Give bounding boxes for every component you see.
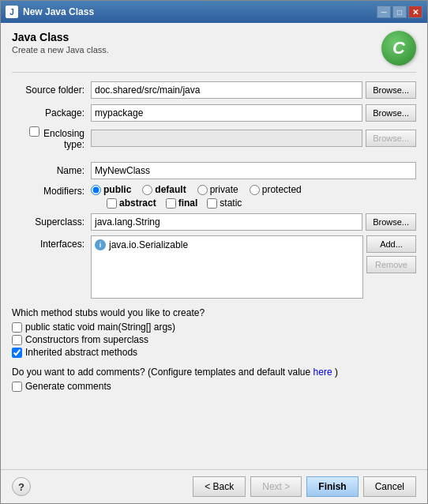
name-row: Name: — [12, 161, 416, 180]
footer-left: ? — [12, 477, 31, 496]
comments-section: Do you want to add comments? (Configure … — [12, 367, 416, 392]
modifier-final[interactable]: final — [166, 197, 198, 209]
footer-right: < Back Next > Finish Cancel — [193, 476, 416, 497]
minimize-button[interactable]: ─ — [377, 6, 391, 18]
interface-item: i java.io.Serializable — [95, 239, 359, 250]
interfaces-label: Interfaces: — [12, 235, 91, 250]
stub-constructors-checkbox[interactable] — [12, 335, 22, 345]
modifier-static[interactable]: static — [207, 197, 242, 209]
superclass-row: Superclass: Browse... — [12, 213, 416, 231]
superclass-browse-button[interactable]: Browse... — [366, 213, 416, 231]
finish-button[interactable]: Finish — [306, 476, 358, 497]
name-label: Name: — [12, 165, 91, 176]
modifier-private[interactable]: private — [197, 184, 238, 195]
modifier-public[interactable]: public — [91, 184, 131, 195]
source-folder-label: Source folder: — [12, 85, 91, 96]
stub-main-method: public static void main(String[] args) — [12, 322, 416, 333]
enclosing-type-browse-button: Browse... — [366, 130, 416, 147]
name-input[interactable] — [91, 162, 416, 179]
package-browse-button[interactable]: Browse... — [366, 104, 416, 122]
comments-link[interactable]: here — [313, 367, 332, 378]
header-text: Java Class Create a new Java class. — [12, 31, 381, 55]
modifier-abstract[interactable]: abstract — [107, 197, 156, 209]
window: J New Java Class ─ □ ✕ Java Class Create… — [0, 0, 428, 504]
stubs-section: Which method stubs would you like to cre… — [12, 307, 416, 359]
interfaces-row: Interfaces: i java.io.Serializable Add..… — [12, 235, 416, 299]
stub-main-checkbox[interactable] — [12, 322, 22, 333]
stub-inherited: Inherited abstract methods — [12, 347, 416, 358]
interfaces-buttons: Add... Remove — [366, 235, 416, 273]
title-bar-controls: ─ □ ✕ — [377, 6, 422, 18]
modifier-abstract-checkbox[interactable] — [107, 198, 117, 209]
dialog-content: Java Class Create a new Java class. C So… — [1, 23, 427, 469]
modifiers-row: Modifiers: public default pr — [12, 184, 416, 209]
package-row: Package: Browse... — [12, 103, 416, 122]
modifier-final-checkbox[interactable] — [166, 198, 176, 209]
back-button[interactable]: < Back — [193, 476, 246, 497]
modifier-private-radio[interactable] — [197, 185, 208, 195]
modifiers-options: public default private protected — [91, 184, 302, 209]
comments-title: Do you want to add comments? (Configure … — [12, 367, 416, 378]
window-title: New Java Class — [23, 6, 377, 17]
interfaces-list: i java.io.Serializable — [91, 235, 363, 299]
enclosing-type-field — [91, 130, 362, 147]
generate-comments-checkbox[interactable] — [12, 382, 22, 392]
enclosing-type-label: Enclosing type: — [12, 126, 91, 150]
form-grid: Source folder: Browse... Package: Browse… — [12, 81, 416, 461]
modifier-default[interactable]: default — [142, 184, 186, 195]
modifier-default-radio[interactable] — [142, 185, 152, 195]
footer: ? < Back Next > Finish Cancel — [1, 469, 427, 503]
modifier-public-radio[interactable] — [91, 185, 101, 195]
name-field — [91, 162, 416, 179]
spacer — [12, 396, 416, 461]
interface-name: java.io.Serializable — [109, 239, 188, 250]
remove-interface-button[interactable]: Remove — [366, 256, 416, 273]
next-button: Next > — [250, 476, 302, 497]
cancel-button[interactable]: Cancel — [363, 476, 416, 497]
source-folder-row: Source folder: Browse... — [12, 81, 416, 100]
enclosing-type-input — [91, 130, 362, 147]
package-label: Package: — [12, 107, 91, 118]
enclosing-type-checkbox[interactable] — [29, 126, 39, 137]
modifier-checks: abstract final static — [107, 197, 302, 209]
superclass-label: Superclass: — [12, 216, 91, 228]
modifier-protected[interactable]: protected — [250, 184, 302, 195]
dialog-header: Java Class Create a new Java class. C — [12, 31, 416, 73]
maximize-button[interactable]: □ — [392, 6, 407, 18]
package-field — [91, 104, 362, 122]
modifiers-radio-group: public default private protected — [91, 184, 302, 195]
dialog-title: Java Class — [12, 31, 381, 43]
source-folder-browse-button[interactable]: Browse... — [366, 81, 416, 99]
add-interface-button[interactable]: Add... — [366, 235, 416, 253]
stub-inherited-checkbox[interactable] — [12, 348, 22, 358]
modifier-static-checkbox[interactable] — [207, 198, 217, 209]
modifiers-label: Modifiers: — [12, 184, 91, 197]
modifier-protected-radio[interactable] — [250, 185, 260, 195]
eclipse-logo: C — [381, 31, 416, 66]
package-input[interactable] — [91, 104, 362, 122]
superclass-input[interactable] — [91, 213, 362, 231]
interface-icon: i — [95, 239, 106, 250]
source-folder-input[interactable] — [91, 81, 362, 99]
separator — [12, 154, 416, 157]
title-bar: J New Java Class ─ □ ✕ — [1, 1, 427, 23]
dialog-subtitle: Create a new Java class. — [12, 45, 381, 55]
help-button[interactable]: ? — [12, 477, 31, 496]
generate-comments-item: Generate comments — [12, 381, 416, 392]
enclosing-type-row: Enclosing type: Browse... — [12, 126, 416, 150]
superclass-field — [91, 213, 362, 231]
window-icon: J — [6, 6, 18, 18]
stubs-title: Which method stubs would you like to cre… — [12, 307, 416, 318]
close-button[interactable]: ✕ — [408, 6, 422, 18]
stub-constructors: Constructors from superclass — [12, 334, 416, 345]
source-folder-field — [91, 81, 362, 99]
